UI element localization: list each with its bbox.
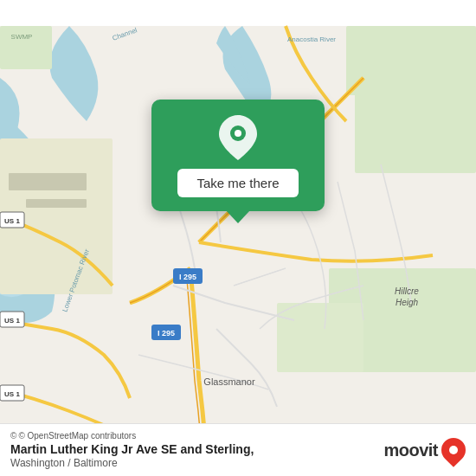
bottom-bar-info: © © OpenStreetMap contributors Martin Lu… <box>10 431 254 469</box>
svg-rect-3 <box>355 87 476 173</box>
take-me-there-button[interactable]: Take me there <box>177 169 298 197</box>
popup-card: Take me there <box>151 100 325 211</box>
svg-text:Glassmanor: Glassmanor <box>203 376 255 387</box>
svg-rect-8 <box>26 199 87 208</box>
svg-text:Heigh: Heigh <box>396 298 419 307</box>
moovit-dot-icon <box>436 433 471 467</box>
svg-text:US 1: US 1 <box>4 217 20 225</box>
svg-text:Hillcre: Hillcre <box>395 286 419 296</box>
svg-text:SWMP: SWMP <box>11 33 33 41</box>
moovit-logo-text: moovit <box>383 441 438 460</box>
svg-text:US 1: US 1 <box>4 317 20 325</box>
svg-point-28 <box>235 130 241 137</box>
location-sub: Washington / Baltimore <box>10 457 254 469</box>
moovit-logo: moovit <box>383 438 466 462</box>
svg-text:I 295: I 295 <box>158 329 175 338</box>
osm-attribution: © © OpenStreetMap contributors <box>10 431 254 441</box>
map-background: I 295 I 295 US 1 US 1 US 1 Hillcre Heigh… <box>0 0 476 476</box>
bottom-bar: © © OpenStreetMap contributors Martin Lu… <box>0 423 476 476</box>
svg-rect-7 <box>9 173 87 190</box>
location-name: Martin Luther King Jr Ave SE and Sterlin… <box>10 442 254 456</box>
svg-rect-5 <box>277 303 363 372</box>
svg-text:I 295: I 295 <box>179 273 196 281</box>
svg-text:Anacostia River: Anacostia River <box>287 35 336 43</box>
svg-text:US 1: US 1 <box>4 390 20 398</box>
svg-rect-2 <box>346 26 476 95</box>
copyright-symbol: © <box>10 431 16 441</box>
map-container: I 295 I 295 US 1 US 1 US 1 Hillcre Heigh… <box>0 0 476 476</box>
location-pin-icon <box>215 115 261 160</box>
osm-text: © OpenStreetMap contributors <box>18 431 136 441</box>
